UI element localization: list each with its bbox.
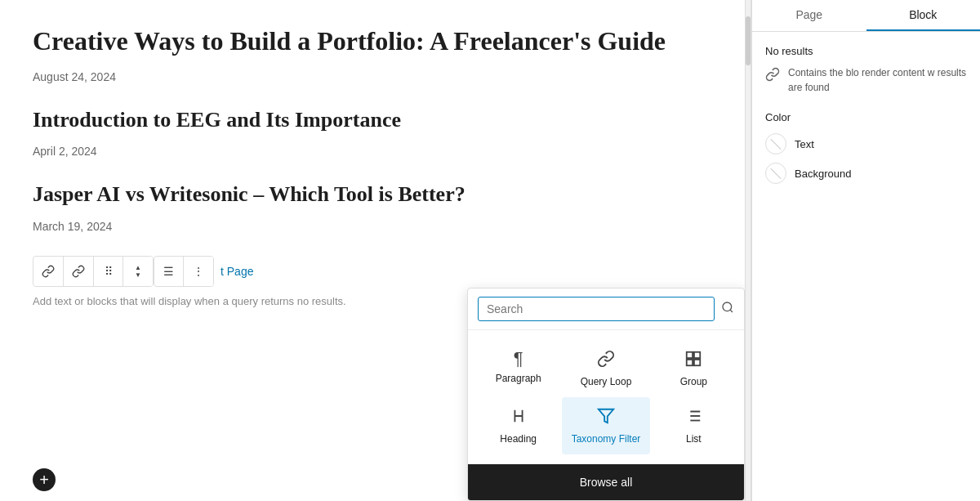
- tab-page[interactable]: Page: [752, 0, 866, 31]
- block-grid: ¶ Paragraph Query Loop Group: [468, 330, 744, 464]
- toolbar-group-1: ⠿ ▲ ▼: [33, 256, 154, 287]
- tab-block[interactable]: Block: [866, 0, 981, 31]
- group-icon: [684, 350, 702, 371]
- list-icon: [684, 407, 702, 428]
- toolbar-more-btn[interactable]: ⋮: [184, 257, 213, 286]
- color-circle-background[interactable]: [765, 163, 786, 184]
- taxonomy-filter-icon: [597, 407, 615, 428]
- color-name-background: Background: [795, 168, 851, 180]
- block-item-query-loop[interactable]: Query Loop: [562, 340, 649, 397]
- toolbar-group-2: ☰ ⋮: [154, 256, 214, 287]
- post-date-1: August 24, 2024: [33, 70, 712, 83]
- toolbar-link2-btn[interactable]: [64, 257, 94, 286]
- block-label-heading: Heading: [500, 433, 537, 445]
- no-results-icon: [765, 67, 780, 85]
- block-search-input[interactable]: [478, 297, 715, 321]
- block-toolbar: ⠿ ▲ ▼ ☰ ⋮ t Page: [33, 256, 712, 287]
- next-page-link[interactable]: t Page: [220, 265, 253, 278]
- scrollbar-divider: [745, 0, 751, 501]
- post-title-1: Creative Ways to Build a Portfolio: A Fr…: [33, 25, 712, 59]
- svg-rect-3: [687, 360, 693, 365]
- sidebar-block-content: No results Contains the blo render conte…: [752, 32, 980, 501]
- query-loop-icon: [597, 350, 615, 371]
- block-item-heading[interactable]: Heading: [474, 397, 562, 454]
- no-results-row: Contains the blo render content w result…: [765, 65, 967, 95]
- svg-point-0: [723, 302, 732, 311]
- block-search-container: [468, 289, 744, 330]
- block-item-taxonomy-filter[interactable]: Taxonomy Filter: [562, 397, 649, 454]
- block-label-group: Group: [680, 376, 707, 387]
- block-label-taxonomy-filter: Taxonomy Filter: [572, 433, 641, 445]
- svg-marker-5: [599, 409, 613, 423]
- sidebar-tabs: Page Block: [752, 0, 980, 32]
- paragraph-icon: ¶: [514, 350, 523, 368]
- right-sidebar: Page Block No results Contains the blo r…: [751, 0, 980, 501]
- browse-all-button[interactable]: Browse all: [468, 464, 744, 500]
- color-section: Color Text Background: [765, 111, 967, 184]
- main-content: Creative Ways to Build a Portfolio: A Fr…: [0, 0, 745, 501]
- no-results-section: No results Contains the blo render conte…: [765, 45, 967, 95]
- add-block-button[interactable]: +: [33, 468, 56, 491]
- no-results-desc: Contains the blo render content w result…: [788, 65, 967, 95]
- toolbar-align-btn[interactable]: ☰: [154, 257, 184, 286]
- block-picker: ¶ Paragraph Query Loop Group: [467, 288, 745, 501]
- color-row-background: Background: [765, 163, 967, 184]
- scrollbar-thumb[interactable]: [746, 16, 751, 65]
- color-name-text: Text: [795, 138, 814, 150]
- block-item-paragraph[interactable]: ¶ Paragraph: [474, 340, 562, 397]
- block-label-list: List: [686, 433, 702, 445]
- color-circle-text[interactable]: [765, 133, 786, 154]
- color-label: Color: [765, 111, 967, 123]
- toolbar-link-btn[interactable]: [33, 257, 64, 286]
- svg-rect-1: [687, 352, 693, 358]
- toolbar-drag-btn[interactable]: ⠿: [94, 257, 123, 286]
- svg-rect-4: [694, 360, 700, 365]
- block-item-group[interactable]: Group: [650, 340, 737, 397]
- block-item-list[interactable]: List: [650, 397, 737, 454]
- post-date-3: March 19, 2024: [33, 220, 712, 233]
- post-item-1: Creative Ways to Build a Portfolio: A Fr…: [33, 25, 712, 83]
- color-row-text: Text: [765, 133, 967, 154]
- heading-icon: [510, 407, 528, 428]
- post-title-3: Jasper AI vs Writesonic – Which Tool is …: [33, 181, 712, 208]
- post-item-2: Introduction to EEG and Its Importance A…: [33, 106, 712, 159]
- svg-rect-2: [694, 352, 700, 358]
- toolbar-move-up-btn[interactable]: ▲ ▼: [123, 257, 153, 286]
- no-results-label: No results: [765, 45, 967, 57]
- search-submit-button[interactable]: [721, 301, 734, 317]
- block-label-query-loop: Query Loop: [581, 376, 632, 387]
- block-label-paragraph: Paragraph: [496, 373, 541, 384]
- post-title-2: Introduction to EEG and Its Importance: [33, 106, 712, 134]
- post-date-2: April 2, 2024: [33, 145, 712, 158]
